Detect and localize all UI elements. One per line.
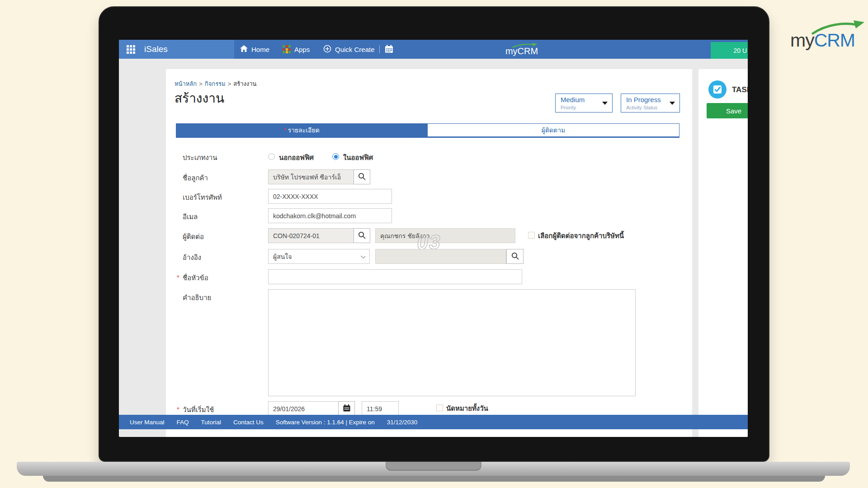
page-background: myCRM iSales Home — [0, 0, 868, 488]
plus-circle-icon — [323, 45, 331, 54]
contact-search-button[interactable] — [354, 228, 370, 243]
breadcrumb-home[interactable]: หน้าหลัก — [175, 80, 197, 87]
laptop-base — [17, 462, 850, 476]
caret-down-icon — [602, 102, 608, 105]
phone-label: เบอร์โทรศัพท์ — [183, 192, 222, 203]
reference-value-field — [375, 249, 506, 264]
start-time-input[interactable] — [362, 401, 399, 416]
priority-dropdown[interactable]: Medium Priority — [555, 94, 613, 113]
navbar-logo-text: myCRM — [500, 46, 543, 56]
date-picker-button[interactable] — [338, 401, 355, 416]
current-app-name: iSales — [144, 44, 168, 54]
app-window: iSales Home Apps — [119, 40, 748, 437]
customer-search-button[interactable] — [354, 169, 370, 184]
footer-faq[interactable]: FAQ — [177, 419, 189, 426]
logo-my: my — [505, 46, 518, 56]
laptop-base-notch — [386, 462, 481, 471]
waffle-icon — [127, 45, 135, 54]
task-panel-title: TASK — [732, 85, 748, 94]
nav-quick-create-label: Quick Create — [335, 46, 375, 53]
required-marker: * — [177, 405, 179, 413]
contact-name-field — [375, 228, 515, 243]
corner-logo-text: myCRM — [790, 30, 855, 51]
search-icon — [358, 173, 366, 182]
start-date-label-text: วันที่เริ่มใช้ — [183, 406, 214, 413]
customer-label: ชื่อลูกค้า — [183, 173, 208, 183]
footer-expire-date: 31/12/2030 — [387, 419, 418, 426]
email-label: อีเมล — [183, 211, 198, 222]
required-marker: * — [283, 127, 286, 134]
reference-label: อ้างอิง — [183, 252, 201, 263]
start-date-label: *วันที่เริ่มใช้ — [183, 404, 214, 415]
required-marker: * — [177, 273, 179, 281]
calendar-icon — [343, 404, 350, 413]
home-icon — [240, 45, 248, 53]
license-button[interactable]: 20 U — [711, 42, 748, 59]
breadcrumb-separator: > — [199, 80, 203, 87]
footer-bar: User Manual FAQ Tutorial Contact Us Soft… — [119, 415, 748, 429]
tab-followers-label: ผู้ติดตาม — [542, 125, 566, 135]
email-input[interactable] — [268, 208, 392, 223]
reference-search-button[interactable] — [506, 249, 524, 264]
status-value: In Progress — [626, 96, 661, 103]
breadcrumb: หน้าหลัก>กิจกรรม>สร้างงาน — [175, 79, 256, 89]
footer-version-text: Software Version : 1.1.64 | Expire on — [276, 419, 375, 426]
priority-label: Priority — [561, 105, 576, 110]
tab-details-label: รายละเอียด — [288, 125, 320, 135]
subject-input[interactable] — [268, 269, 522, 284]
subject-label-text: ชื่อหัวข้อ — [183, 274, 208, 282]
tab-bar: * รายละเอียด ผู้ติดตาม — [176, 123, 679, 138]
apps-icon — [283, 45, 291, 53]
priority-value: Medium — [561, 96, 585, 103]
phone-input[interactable] — [268, 189, 392, 204]
radio-in-office[interactable] — [332, 153, 339, 160]
radio-in-office-label: ในออฟฟิศ — [343, 152, 373, 163]
nav-home-label: Home — [251, 46, 269, 53]
task-icon — [708, 80, 726, 99]
status-label: Activity Status — [626, 105, 657, 110]
breadcrumb-separator: > — [228, 80, 231, 87]
chevron-down-icon — [361, 254, 365, 258]
navbar-divider — [379, 45, 380, 53]
footer-tutorial[interactable]: Tutorial — [201, 419, 222, 426]
top-navbar: iSales Home Apps — [119, 40, 748, 59]
form-card: หน้าหลัก>กิจกรรม>สร้างงาน สร้างงาน Mediu… — [166, 69, 692, 437]
radio-out-of-office-label: นอกออฟฟิศ — [279, 152, 314, 163]
task-side-panel: TASK Save — [698, 69, 748, 437]
radio-out-of-office[interactable] — [268, 153, 275, 160]
start-date-input[interactable] — [268, 401, 339, 416]
contact-from-company-checkbox-label: เลือกผู้ติดต่อจากลูกค้าบริษัทนี้ — [538, 230, 624, 241]
tab-details[interactable]: * รายละเอียด — [176, 123, 427, 136]
logo-my: my — [790, 30, 814, 51]
page-title: สร้างงาน — [175, 88, 224, 108]
all-day-checkbox[interactable] — [436, 404, 443, 411]
description-label: คำอธิบาย — [183, 292, 211, 303]
search-icon — [511, 252, 519, 261]
calendar-nav-icon[interactable] — [385, 45, 393, 55]
logo-crm: CRM — [518, 46, 538, 56]
nav-home[interactable]: Home — [240, 40, 269, 59]
save-button[interactable]: Save — [707, 103, 748, 118]
breadcrumb-current: สร้างงาน — [233, 80, 256, 87]
search-icon — [358, 231, 366, 240]
activity-status-dropdown[interactable]: In Progress Activity Status — [621, 94, 680, 113]
contact-from-company-checkbox[interactable] — [528, 232, 535, 239]
work-type-label: ประเภทงาน — [183, 152, 217, 163]
mycrm-corner-logo: myCRM — [788, 12, 868, 52]
breadcrumb-activities[interactable]: กิจกรรม — [205, 80, 226, 87]
nav-apps-label: Apps — [294, 46, 310, 53]
reference-selected-option: ผู้สนใจ — [273, 252, 292, 262]
caret-down-icon — [670, 102, 675, 105]
reference-select[interactable]: ผู้สนใจ — [268, 249, 370, 264]
nav-quick-create[interactable]: Quick Create — [323, 40, 375, 59]
contact-code-input[interactable] — [268, 228, 354, 243]
footer-user-manual[interactable]: User Manual — [130, 419, 165, 426]
tab-followers[interactable]: ผู้ติดตาม — [427, 123, 679, 136]
customer-input[interactable] — [268, 169, 354, 184]
contact-label: ผู้ติดต่อ — [183, 231, 204, 242]
app-switcher[interactable]: iSales — [119, 40, 234, 59]
logo-crm: CRM — [814, 30, 855, 51]
footer-contact-us[interactable]: Contact Us — [233, 419, 264, 426]
nav-apps[interactable]: Apps — [283, 40, 310, 59]
description-textarea[interactable] — [268, 289, 636, 396]
